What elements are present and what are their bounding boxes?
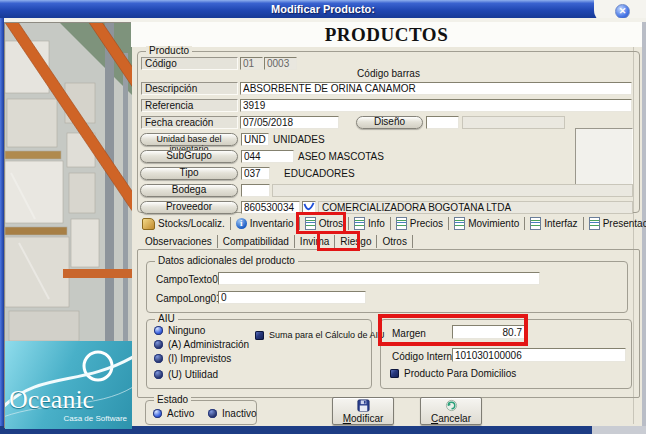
tab-invima[interactable]: Invima xyxy=(295,235,335,248)
margen-input[interactable] xyxy=(452,325,525,339)
subgrupo-desc-label: ASEO MASCOTAS xyxy=(298,151,384,162)
diseno-button[interactable]: Diseño xyxy=(356,116,423,129)
radio-label: Ninguno xyxy=(168,325,205,336)
bodega-desc-field xyxy=(272,184,633,197)
subgrupo-button[interactable]: SubGrupo xyxy=(140,150,238,163)
tab-otros[interactable]: Otros xyxy=(300,217,349,230)
aiu-option-ninguno[interactable]: Ninguno xyxy=(154,325,205,336)
checkbox-label: Suma para el Cálculo de AIU xyxy=(269,330,385,341)
window-bottom-corner xyxy=(592,426,646,434)
window-titlebar[interactable]: Modificar Producto: xyxy=(0,0,646,18)
unidad-code-input[interactable] xyxy=(241,133,269,146)
diseno-input[interactable] xyxy=(426,116,459,129)
tab-stocks-localiz[interactable]: Stocks/Localiz. xyxy=(137,217,231,230)
button-label: Modificar xyxy=(343,413,384,424)
unidad-base-button[interactable]: Unidad base del inventario xyxy=(140,133,238,146)
campo-texto-label: CampoTexto01 xyxy=(156,274,223,285)
radio-selected-icon xyxy=(153,409,162,418)
sub-tab-strip: Observaciones Compatibilidad Invima Ries… xyxy=(140,233,450,249)
tab-label: Observaciones xyxy=(145,236,212,247)
radio-icon xyxy=(154,354,163,363)
tab-riesgo[interactable]: Riesgo xyxy=(335,235,377,248)
close-icon[interactable]: ✕ xyxy=(615,4,630,19)
domicilios-checkbox[interactable]: Producto Para Domicilios xyxy=(390,368,516,379)
bodega-button[interactable]: Bodega xyxy=(140,184,238,197)
document-icon xyxy=(396,217,407,230)
tipo-button[interactable]: Tipo xyxy=(140,167,238,180)
fecha-creacion-label: Fecha creación xyxy=(141,116,238,129)
tab-info[interactable]: Info xyxy=(349,217,391,230)
button-label: Cancelar xyxy=(431,413,471,424)
codigo-interno-input[interactable] xyxy=(452,348,626,362)
tab-label: Movimiento xyxy=(468,218,519,229)
referencia-input[interactable] xyxy=(240,99,632,112)
fecha-creacion-input[interactable] xyxy=(240,116,339,129)
tab-otros-sub[interactable]: Otros xyxy=(377,235,412,248)
tab-label: Info xyxy=(368,218,385,229)
tipo-code-input[interactable] xyxy=(241,167,270,180)
checkbox-label: Producto Para Domicilios xyxy=(404,368,516,379)
tab-label: Compatibilidad xyxy=(223,236,289,247)
tab-label: Otros xyxy=(319,218,343,229)
estado-option-activo[interactable]: Activo xyxy=(153,408,194,419)
cancelar-button[interactable]: Cancelar xyxy=(420,397,482,425)
main-tab-strip: Stocks/Localiz. Inventario Otros Info Pr… xyxy=(137,215,640,232)
tab-label: Stocks/Localiz. xyxy=(158,218,225,229)
tab-label: Precios xyxy=(410,218,443,229)
tab-movimiento[interactable]: Movimiento xyxy=(449,217,525,230)
estado-option-inactivo[interactable]: Inactivo xyxy=(208,408,256,419)
modificar-button[interactable]: Modificar xyxy=(332,397,394,425)
brand-tagline: Casa de Software xyxy=(63,414,127,423)
info-circle-icon xyxy=(236,218,247,229)
document-icon xyxy=(305,217,316,230)
radio-icon xyxy=(154,370,163,379)
tab-label: Interfaz xyxy=(544,218,577,229)
checkbox-icon xyxy=(255,331,264,340)
radio-label: (I) Imprevistos xyxy=(168,353,231,364)
modificar-producto-dialog: Modificar Producto: ✕ xyxy=(0,0,646,434)
document-icon xyxy=(354,217,365,230)
lookup-swoosh-icon xyxy=(303,202,315,213)
floppy-disk-icon xyxy=(357,399,370,412)
document-icon xyxy=(589,217,600,230)
unidad-desc-label: UNIDADES xyxy=(273,134,325,145)
descripcion-input[interactable] xyxy=(240,82,632,95)
campo-long-input[interactable] xyxy=(218,291,366,304)
radio-selected-icon xyxy=(154,326,163,335)
tab-observaciones[interactable]: Observaciones xyxy=(140,235,218,248)
descripcion-label: Descripción xyxy=(141,82,238,95)
document-icon xyxy=(530,217,541,230)
aiu-option-imprevistos[interactable]: (I) Imprevistos xyxy=(154,353,231,364)
tab-label: Presentaciones xyxy=(603,218,646,229)
aiu-option-administracion[interactable]: (A) Administración xyxy=(154,339,249,350)
tab-compatibilidad[interactable]: Compatibilidad xyxy=(218,235,295,248)
aiu-legend: AIU xyxy=(155,314,178,324)
datos-adicionales-group: Datos adicionales del producto xyxy=(146,261,628,313)
subgrupo-code-input[interactable] xyxy=(241,150,294,163)
sidebar-image-panel: Oceanic Casa de Software xyxy=(4,22,131,428)
codigo-interno-label: Código Interno xyxy=(392,351,458,362)
campo-texto-input[interactable] xyxy=(218,272,540,285)
document-icon xyxy=(454,217,465,230)
bodega-code-input[interactable] xyxy=(241,184,270,197)
radio-label: (A) Administración xyxy=(168,339,249,350)
tab-inventario[interactable]: Inventario xyxy=(231,217,300,230)
tab-interfaz[interactable]: Interfaz xyxy=(525,217,583,230)
tab-precios[interactable]: Precios xyxy=(391,217,449,230)
radio-label: Activo xyxy=(167,408,194,419)
codigo-barras-label: Código barras xyxy=(137,68,640,79)
tab-label: Riesgo xyxy=(340,236,371,247)
tipo-desc-label: EDUCADORES xyxy=(284,168,355,179)
tab-presentaciones[interactable]: Presentaciones xyxy=(584,217,646,230)
datos-adicionales-legend: Datos adicionales del producto xyxy=(155,256,298,266)
suma-aiu-checkbox[interactable]: Suma para el Cálculo de AIU xyxy=(255,330,385,341)
proveedor-code-input[interactable] xyxy=(241,201,300,214)
warehouse-photo xyxy=(5,23,132,341)
estado-legend: Estado xyxy=(154,395,191,405)
radio-icon xyxy=(208,409,217,418)
proveedor-lookup-button[interactable] xyxy=(302,201,316,214)
aiu-option-utilidad[interactable]: (U) Utilidad xyxy=(154,369,218,380)
proveedor-button[interactable]: Proveedor xyxy=(140,201,238,214)
brand-name: Oceanic xyxy=(9,385,94,415)
tab-label: Otros xyxy=(382,236,406,247)
